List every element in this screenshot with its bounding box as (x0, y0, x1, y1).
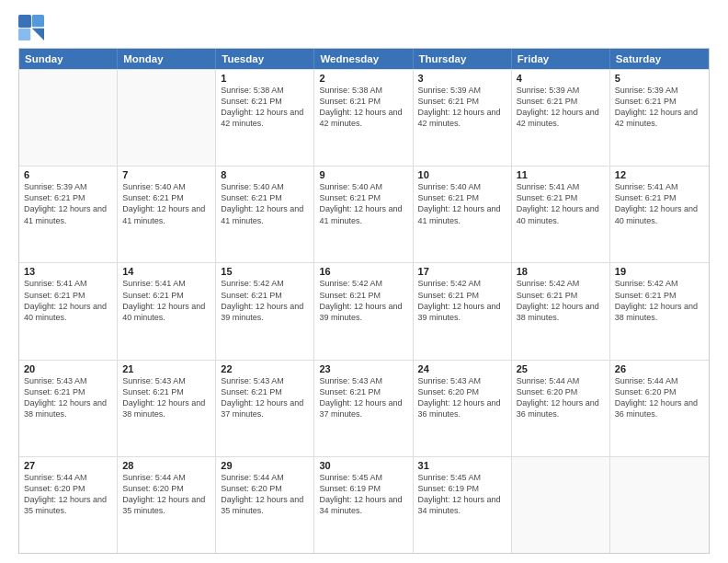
daylight-text: Daylight: 12 hours and 41 minutes. (24, 203, 112, 225)
daylight-text: Daylight: 12 hours and 37 minutes. (221, 397, 309, 419)
sunset-text: Sunset: 6:21 PM (615, 96, 704, 107)
daylight-text: Daylight: 12 hours and 36 minutes. (615, 397, 704, 419)
sunset-text: Sunset: 6:21 PM (418, 96, 506, 107)
day-number: 5 (615, 73, 704, 84)
calendar-cell-10: 10Sunrise: 5:40 AMSunset: 6:21 PMDayligh… (414, 167, 512, 262)
calendar-cell-empty-0-0 (19, 70, 118, 166)
day-number: 15 (221, 266, 309, 277)
calendar-cell-empty-4-6 (610, 457, 709, 553)
weekday-header-sunday: Sunday (19, 49, 118, 69)
sunset-text: Sunset: 6:21 PM (24, 386, 112, 397)
logo (18, 15, 48, 40)
day-number: 30 (319, 460, 407, 471)
calendar-cell-15: 15Sunrise: 5:42 AMSunset: 6:21 PMDayligh… (216, 263, 314, 359)
sunset-text: Sunset: 6:21 PM (517, 96, 605, 107)
sunrise-text: Sunrise: 5:40 AM (319, 181, 407, 192)
calendar-row-0: 1Sunrise: 5:38 AMSunset: 6:21 PMDaylight… (19, 69, 709, 166)
day-number: 6 (24, 169, 112, 180)
day-number: 1 (221, 73, 309, 84)
weekday-header-monday: Monday (118, 49, 216, 69)
calendar-cell-20: 20Sunrise: 5:43 AMSunset: 6:21 PMDayligh… (19, 361, 118, 456)
calendar-cell-5: 5Sunrise: 5:39 AMSunset: 6:21 PMDaylight… (610, 70, 709, 166)
calendar-grid: SundayMondayTuesdayWednesdayThursdayFrid… (18, 48, 710, 554)
day-number: 23 (319, 363, 407, 374)
sunset-text: Sunset: 6:21 PM (517, 192, 605, 203)
calendar-cell-8: 8Sunrise: 5:40 AMSunset: 6:21 PMDaylight… (216, 167, 314, 262)
sunrise-text: Sunrise: 5:39 AM (418, 85, 506, 96)
calendar-row-4: 27Sunrise: 5:44 AMSunset: 6:20 PMDayligh… (19, 456, 709, 553)
day-number: 7 (122, 169, 210, 180)
daylight-text: Daylight: 12 hours and 34 minutes. (319, 494, 407, 516)
day-number: 11 (517, 169, 605, 180)
sunset-text: Sunset: 6:21 PM (319, 386, 407, 397)
sunrise-text: Sunrise: 5:42 AM (615, 278, 704, 289)
calendar-cell-31: 31Sunrise: 5:45 AMSunset: 6:19 PMDayligh… (414, 457, 512, 553)
svg-rect-2 (18, 29, 30, 40)
day-number: 29 (221, 460, 309, 471)
sunrise-text: Sunrise: 5:43 AM (122, 375, 210, 386)
sunrise-text: Sunrise: 5:45 AM (418, 472, 506, 483)
daylight-text: Daylight: 12 hours and 39 minutes. (221, 301, 309, 323)
sunrise-text: Sunrise: 5:42 AM (319, 278, 407, 289)
daylight-text: Daylight: 12 hours and 35 minutes. (221, 494, 309, 516)
daylight-text: Daylight: 12 hours and 40 minutes. (615, 203, 704, 225)
daylight-text: Daylight: 12 hours and 35 minutes. (24, 494, 112, 516)
weekday-header-wednesday: Wednesday (314, 49, 413, 69)
sunrise-text: Sunrise: 5:41 AM (24, 278, 112, 289)
sunrise-text: Sunrise: 5:39 AM (24, 181, 112, 192)
day-number: 20 (24, 363, 112, 374)
sunrise-text: Sunrise: 5:40 AM (221, 181, 309, 192)
sunset-text: Sunset: 6:20 PM (517, 386, 605, 397)
calendar-cell-empty-0-1 (118, 70, 216, 166)
weekday-header-saturday: Saturday (610, 49, 709, 69)
sunset-text: Sunset: 6:21 PM (122, 386, 210, 397)
daylight-text: Daylight: 12 hours and 42 minutes. (517, 107, 605, 129)
calendar-cell-empty-4-5 (512, 457, 610, 553)
sunrise-text: Sunrise: 5:43 AM (24, 375, 112, 386)
sunrise-text: Sunrise: 5:44 AM (24, 472, 112, 483)
sunset-text: Sunset: 6:20 PM (221, 483, 309, 494)
sunrise-text: Sunrise: 5:44 AM (122, 472, 210, 483)
sunset-text: Sunset: 6:21 PM (418, 290, 506, 301)
day-number: 24 (418, 363, 506, 374)
sunrise-text: Sunrise: 5:38 AM (319, 85, 407, 96)
sunrise-text: Sunrise: 5:43 AM (319, 375, 407, 386)
sunrise-text: Sunrise: 5:42 AM (221, 278, 309, 289)
logo-icon (18, 15, 44, 40)
day-number: 2 (319, 73, 407, 84)
sunrise-text: Sunrise: 5:39 AM (517, 85, 605, 96)
day-number: 31 (418, 460, 506, 471)
calendar-cell-4: 4Sunrise: 5:39 AMSunset: 6:21 PMDaylight… (512, 70, 610, 166)
sunset-text: Sunset: 6:21 PM (221, 290, 309, 301)
day-number: 3 (418, 73, 506, 84)
calendar-row-2: 13Sunrise: 5:41 AMSunset: 6:21 PMDayligh… (19, 262, 709, 359)
sunrise-text: Sunrise: 5:44 AM (615, 375, 704, 386)
weekday-header-tuesday: Tuesday (216, 49, 314, 69)
sunset-text: Sunset: 6:21 PM (221, 192, 309, 203)
calendar-cell-16: 16Sunrise: 5:42 AMSunset: 6:21 PMDayligh… (314, 263, 413, 359)
calendar-cell-18: 18Sunrise: 5:42 AMSunset: 6:21 PMDayligh… (512, 263, 610, 359)
daylight-text: Daylight: 12 hours and 37 minutes. (319, 397, 407, 419)
calendar-cell-6: 6Sunrise: 5:39 AMSunset: 6:21 PMDaylight… (19, 167, 118, 262)
sunrise-text: Sunrise: 5:43 AM (418, 375, 506, 386)
day-number: 18 (517, 266, 605, 277)
sunset-text: Sunset: 6:21 PM (221, 96, 309, 107)
daylight-text: Daylight: 12 hours and 41 minutes. (221, 203, 309, 225)
daylight-text: Daylight: 12 hours and 34 minutes. (418, 494, 506, 516)
day-number: 14 (122, 266, 210, 277)
day-number: 25 (517, 363, 605, 374)
sunrise-text: Sunrise: 5:42 AM (418, 278, 506, 289)
calendar-cell-12: 12Sunrise: 5:41 AMSunset: 6:21 PMDayligh… (610, 167, 709, 262)
day-number: 22 (221, 363, 309, 374)
svg-marker-3 (32, 29, 44, 40)
sunrise-text: Sunrise: 5:45 AM (319, 472, 407, 483)
calendar-cell-7: 7Sunrise: 5:40 AMSunset: 6:21 PMDaylight… (118, 167, 216, 262)
day-number: 10 (418, 169, 506, 180)
daylight-text: Daylight: 12 hours and 42 minutes. (418, 107, 506, 129)
calendar-cell-25: 25Sunrise: 5:44 AMSunset: 6:20 PMDayligh… (512, 361, 610, 456)
calendar-cell-14: 14Sunrise: 5:41 AMSunset: 6:21 PMDayligh… (118, 263, 216, 359)
day-number: 8 (221, 169, 309, 180)
calendar-cell-2: 2Sunrise: 5:38 AMSunset: 6:21 PMDaylight… (314, 70, 413, 166)
calendar-cell-17: 17Sunrise: 5:42 AMSunset: 6:21 PMDayligh… (414, 263, 512, 359)
day-number: 9 (319, 169, 407, 180)
